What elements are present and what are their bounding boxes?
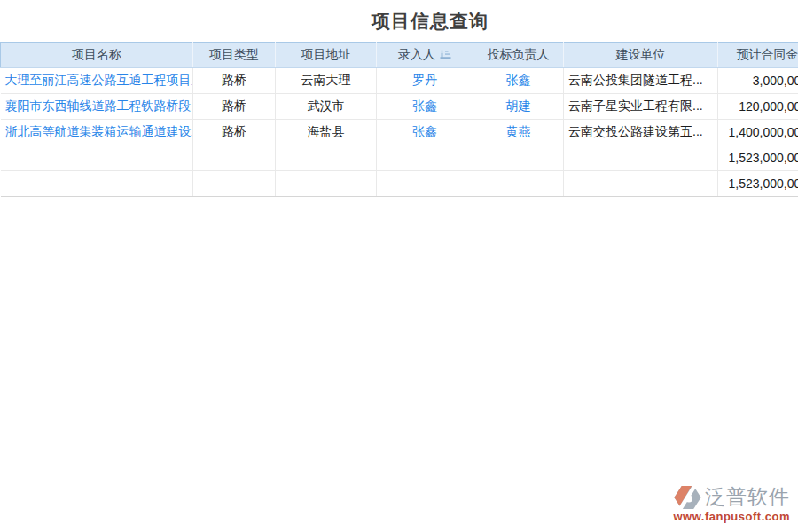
column-header-label: 预计合同金额 <box>737 47 798 61</box>
table-row: 浙北高等航道集装箱运输通道建设工路桥海盐县张鑫黄燕云南交投公路建设第五...1,… <box>1 120 798 145</box>
column-header-builder[interactable]: 建设单位 <box>564 43 718 68</box>
cell-amount: 3,000,000.00 <box>718 68 798 94</box>
column-header-label: 录入人 <box>398 47 435 61</box>
cell-builder: 云南子星实业工程有限... <box>564 94 718 120</box>
cell-builder <box>564 145 718 171</box>
column-header-bidder[interactable]: 投标负责人 <box>473 43 564 68</box>
cell-bidder <box>473 145 564 171</box>
cell-type: 路桥 <box>193 68 276 94</box>
cell-amount: 1,400,000,000.00 <box>718 120 798 145</box>
table-row: 襄阳市东西轴线道路工程铁路桥段的路桥武汉市张鑫胡建云南子星实业工程有限...12… <box>1 94 798 120</box>
cell-name: 襄阳市东西轴线道路工程铁路桥段的 <box>1 94 193 120</box>
cell-bidder: 黄燕 <box>473 120 564 145</box>
cell-entry <box>377 145 473 171</box>
cell-builder: 云南公投集团隧道工程... <box>564 68 718 94</box>
column-header-label: 项目地址 <box>301 47 351 61</box>
cell-address <box>276 171 377 197</box>
brand-name: 泛普软件 <box>705 483 790 511</box>
column-header-entry[interactable]: 录入人 <box>377 43 473 68</box>
page-title: 项目信息查询 <box>31 0 798 33</box>
column-header-label: 投标负责人 <box>488 47 550 61</box>
project-name-link[interactable]: 大理至丽江高速公路互通工程项目土 <box>5 73 193 87</box>
cell-address <box>276 145 377 171</box>
cell-builder <box>564 171 718 197</box>
cell-name: 大理至丽江高速公路互通工程项目土 <box>1 68 193 94</box>
person-link[interactable]: 罗丹 <box>412 73 437 87</box>
cell-entry: 张鑫 <box>377 120 473 145</box>
table-header-row: 项目名称项目类型项目地址录入人投标负责人建设单位预计合同金额 <box>1 43 798 68</box>
cell-type <box>193 145 276 171</box>
person-link[interactable]: 张鑫 <box>412 98 437 113</box>
cell-entry: 张鑫 <box>377 94 473 120</box>
person-link[interactable]: 黄燕 <box>506 124 531 138</box>
person-link[interactable]: 胡建 <box>506 98 531 113</box>
cell-name <box>1 145 193 171</box>
cell-amount: 1,523,000,000.00 <box>718 145 798 171</box>
cell-type: 路桥 <box>193 120 276 145</box>
sort-icon[interactable] <box>440 50 451 59</box>
project-name-link[interactable]: 浙北高等航道集装箱运输通道建设工 <box>5 124 193 138</box>
cell-type <box>193 171 276 197</box>
fanpu-logo-icon <box>673 485 702 510</box>
cell-entry: 罗丹 <box>377 68 473 94</box>
table-row: 1,523,000,000.00 <box>1 145 798 171</box>
cell-builder: 云南交投公路建设第五... <box>564 120 718 145</box>
column-header-label: 项目类型 <box>209 47 259 61</box>
cell-bidder <box>473 171 564 197</box>
column-header-type[interactable]: 项目类型 <box>193 43 276 68</box>
project-name-link[interactable]: 襄阳市东西轴线道路工程铁路桥段的 <box>5 98 193 113</box>
cell-amount: 1,523,000,000.00 <box>718 171 798 197</box>
person-link[interactable]: 张鑫 <box>412 124 437 138</box>
cell-entry <box>377 171 473 197</box>
footer-brand: 泛普软件 www.fanpusoft.com <box>673 483 790 523</box>
table-row: 大理至丽江高速公路互通工程项目土路桥云南大理罗丹张鑫云南公投集团隧道工程...3… <box>1 68 798 94</box>
cell-bidder: 张鑫 <box>473 68 564 94</box>
brand-row: 泛普软件 <box>673 483 790 511</box>
cell-type: 路桥 <box>193 94 276 120</box>
column-header-address[interactable]: 项目地址 <box>276 43 377 68</box>
page: 项目信息查询 项目名称项目类型项目地址录入人投标负责人建设单位预计合同金额 大理… <box>0 0 798 33</box>
cell-bidder: 胡建 <box>473 94 564 120</box>
column-header-name[interactable]: 项目名称 <box>1 43 193 68</box>
project-table: 项目名称项目类型项目地址录入人投标负责人建设单位预计合同金额 大理至丽江高速公路… <box>0 42 798 197</box>
table-row: 1,523,000,000.00 <box>1 171 798 197</box>
cell-name <box>1 171 193 197</box>
column-header-amount[interactable]: 预计合同金额 <box>718 43 798 68</box>
cell-address: 武汉市 <box>276 94 377 120</box>
cell-address: 云南大理 <box>276 68 377 94</box>
cell-address: 海盐县 <box>276 120 377 145</box>
cell-name: 浙北高等航道集装箱运输通道建设工 <box>1 120 193 145</box>
cell-amount: 120,000,000.00 <box>718 94 798 120</box>
person-link[interactable]: 张鑫 <box>506 73 531 87</box>
column-header-label: 项目名称 <box>72 47 121 61</box>
column-header-label: 建设单位 <box>616 47 666 61</box>
website-link[interactable]: www.fanpusoft.com <box>673 510 790 523</box>
